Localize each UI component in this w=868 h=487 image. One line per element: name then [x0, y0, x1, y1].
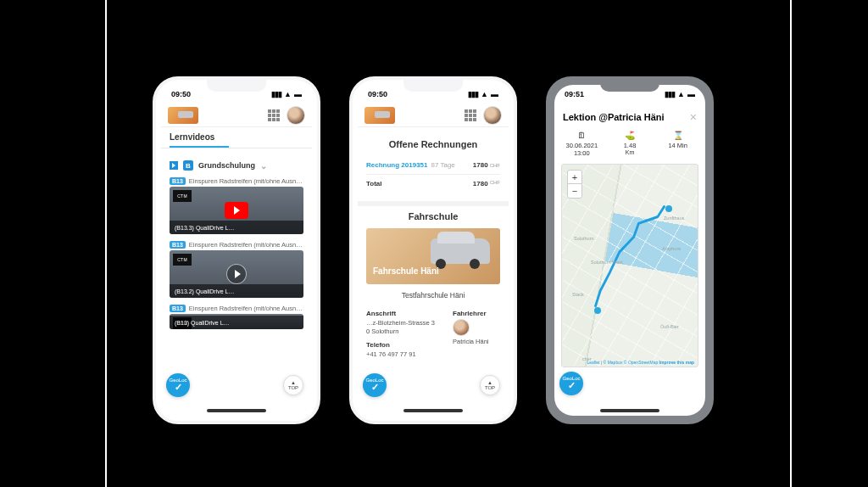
home-indicator — [403, 409, 463, 412]
video-thumbnail[interactable]: CTM (B13.2) QualiDrive L… — [170, 250, 303, 298]
video-item[interactable]: B13 Einspuren Radstreifen (mit/ohne Ausn… — [170, 305, 303, 329]
signal-icon: ▮▮▮ — [665, 90, 675, 98]
video-title: Einspuren Radstreifen (mit/ohne Ausnahme… — [189, 241, 303, 249]
phone-3-lektion: 09:51 ▮▮▮ ▲ ▬ Lektion @Patricia Häni × 🗓… — [546, 76, 714, 424]
map-label: Stack — [572, 292, 584, 297]
ctm-badge: CTM — [173, 190, 192, 202]
video-tag: B13 — [170, 241, 186, 249]
instructor-label: Fahrlehrer — [453, 310, 500, 317]
scroll-to-top-button[interactable]: TOP — [480, 375, 500, 395]
battery-icon: ▬ — [687, 90, 695, 98]
route-end-pin — [594, 307, 601, 314]
instructor-avatar[interactable] — [453, 319, 470, 336]
home-indicator — [207, 409, 266, 412]
clock: 09:51 — [565, 90, 584, 98]
video-item[interactable]: B13 Einspuren Radstreifen (mit/ohne Ausn… — [170, 241, 303, 298]
route-icon: ⛳ — [606, 131, 654, 140]
map-label: Amphore — [662, 246, 681, 251]
invoice-currency: CHF — [490, 163, 500, 168]
total-amount: 1780 — [473, 180, 488, 188]
video-item[interactable]: B13 Einspuren Radstreifen (mit/ohne Ausn… — [170, 177, 303, 234]
notch — [403, 80, 463, 92]
invoices-heading: Offene Rechnungen — [366, 139, 500, 149]
decorative-line-right — [790, 0, 792, 487]
stat-distance: ⛳ 1.48 Km — [606, 131, 654, 157]
grid-menu-icon[interactable] — [465, 109, 476, 121]
instructor-name: Patricia Häni — [453, 338, 500, 346]
school-banner: Fahrschule Häni — [366, 228, 500, 284]
wifi-icon: ▲ — [677, 90, 685, 98]
school-brand: Fahrschule Häni — [373, 267, 439, 277]
tab-lernvideos[interactable]: Lernvideos — [161, 127, 312, 148]
battery-icon: ▬ — [294, 90, 302, 98]
lesson-map[interactable]: + − Solothurn Solothurn West Zunfthaus S… — [561, 164, 698, 367]
user-avatar[interactable] — [483, 106, 502, 125]
signal-icon: ▮▮▮ — [468, 90, 478, 98]
invoice-number: Rechnung 2019351 — [366, 161, 427, 169]
address-label: Anschrift — [366, 310, 446, 317]
app-header — [161, 104, 312, 127]
notch — [600, 80, 659, 92]
section-title: Grundschulung — [198, 161, 255, 170]
phone-2-rechnungen: 09:50 ▮▮▮ ▲ ▬ Offene Rechnungen Rechnung… — [349, 76, 517, 424]
lesson-header: Lektion @Patricia Häni × — [554, 104, 705, 129]
section-grundschulung[interactable]: B Grundschulung ⌄ — [170, 160, 303, 171]
address-line-1: …z-Blotzheim-Strasse 3 — [366, 319, 446, 327]
stat-datetime: 🗓 30.06.2021 13:00 — [558, 131, 606, 157]
category-badge: B — [183, 160, 193, 171]
route-path — [562, 165, 698, 367]
map-label: Öufi-Bier — [660, 324, 679, 329]
school-heading: Fahrschule — [366, 211, 500, 221]
invoice-amount: 1780 — [473, 161, 488, 169]
video-title: Einspuren Radstreifen (mit/ohne Ausnahme… — [189, 305, 303, 312]
notch — [207, 80, 266, 92]
phone-value: +41 76 497 77 91 — [366, 350, 446, 359]
home-indicator — [600, 409, 659, 412]
battery-icon: ▬ — [491, 90, 498, 98]
school-name: Testfahrschule Häni — [366, 288, 500, 306]
video-thumbnail[interactable]: CTM (B13.3) QualiDrive L… — [170, 187, 303, 234]
stat-duration: ⌛ 14 Min — [654, 131, 702, 157]
route-start-pin — [665, 205, 672, 212]
total-currency: CHF — [490, 180, 500, 188]
map-label: Zunfthaus — [664, 216, 684, 221]
phone-1-lernvideos: 09:50 ▮▮▮ ▲ ▬ Lernvideos — [153, 76, 320, 424]
close-icon[interactable]: × — [690, 110, 697, 124]
instructor-block: Fahrlehrer Patricia Häni — [453, 310, 500, 358]
clock: 09:50 — [171, 90, 191, 98]
map-label: Solothurn West — [591, 260, 623, 265]
total-label: Total — [366, 180, 382, 188]
wifi-icon: ▲ — [284, 90, 292, 98]
video-caption: (B13.2) QualiDrive L… — [170, 284, 303, 298]
invoice-row[interactable]: Rechnung 2019351 87 Tage 1780 CHF — [366, 156, 500, 175]
wifi-icon: ▲ — [481, 90, 488, 98]
chevron-down-icon: ⌄ — [260, 161, 267, 171]
video-thumbnail[interactable]: CTM (B13) QualiDrive L… — [170, 314, 303, 329]
video-tag: B13 — [170, 177, 186, 185]
map-attribution: Leaflet | © Mapbox © OpenStreetMap Impro… — [587, 360, 694, 365]
app-header — [358, 104, 509, 127]
clock: 09:50 — [368, 90, 387, 98]
lesson-stats: 🗓 30.06.2021 13:00 ⛳ 1.48 Km ⌛ 14 Min — [554, 129, 705, 164]
address-line-2: 0 Solothurn — [366, 327, 446, 336]
geoloc-badge[interactable]: GeoLoc — [363, 373, 387, 397]
video-caption: (B13.3) QualiDrive L… — [170, 221, 303, 234]
user-avatar[interactable] — [287, 106, 305, 125]
video-title: Einspuren Radstreifen (mit/ohne Ausnahme… — [189, 177, 303, 185]
youtube-play-icon[interactable] — [225, 202, 248, 219]
invoice-age: 87 Tage — [431, 161, 454, 169]
calendar-icon: 🗓 — [558, 131, 606, 140]
school-logo[interactable] — [364, 107, 395, 124]
play-icon[interactable] — [226, 264, 247, 284]
phone-label: Telefon — [366, 341, 446, 349]
lesson-title: Lektion @Patricia Häni — [563, 112, 685, 122]
scroll-to-top-button[interactable]: TOP — [283, 375, 303, 395]
school-logo[interactable] — [168, 107, 198, 124]
video-tag: B13 — [170, 305, 186, 312]
geoloc-badge[interactable]: GeoLoc — [559, 372, 583, 395]
address-block: Anschrift …z-Blotzheim-Strasse 3 0 Solot… — [366, 310, 446, 358]
grid-menu-icon[interactable] — [268, 109, 280, 121]
ctm-badge: CTM — [173, 254, 192, 266]
play-icon — [170, 161, 178, 170]
geoloc-badge[interactable]: GeoLoc — [166, 373, 190, 397]
